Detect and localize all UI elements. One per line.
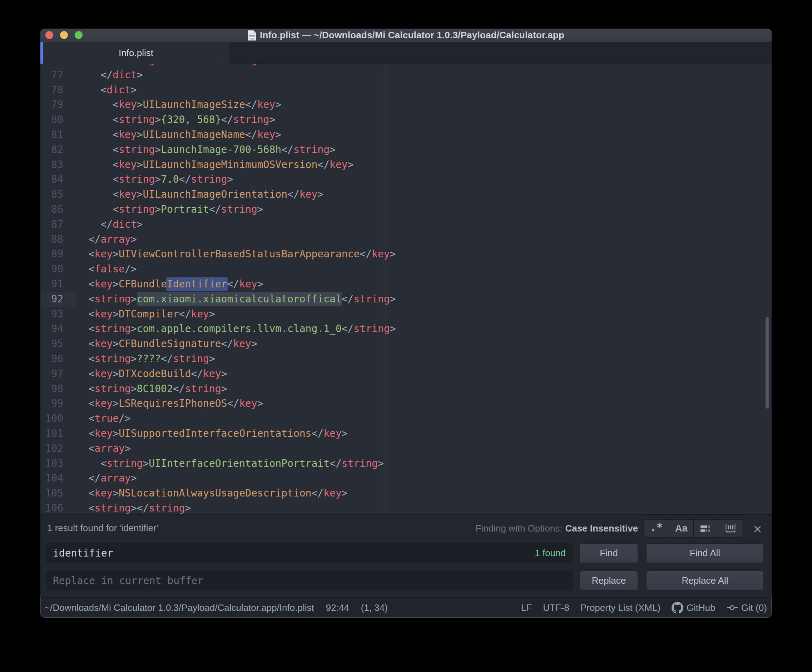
code-editor[interactable]: 76 <string>Portrait</string>77 </dict>78… <box>40 64 772 514</box>
code-line-90: 90 <false/> <box>40 262 772 277</box>
traffic-lights <box>45 31 83 39</box>
line-number: 96 <box>40 351 77 367</box>
tab-bar: Info.plist <box>40 42 772 64</box>
code-line-103: 103 <string>UIInterfaceOrientationPortra… <box>40 456 772 471</box>
code-line-87: 87 </dict> <box>40 217 772 232</box>
line-number: 86 <box>40 202 77 217</box>
line-ending[interactable]: LF <box>521 602 532 613</box>
line-number: 82 <box>40 142 77 157</box>
line-number: 93 <box>40 307 77 322</box>
line-number: 87 <box>40 217 77 232</box>
line-number: 105 <box>40 486 77 501</box>
close-find-panel-icon[interactable]: ✕ <box>753 523 763 536</box>
whole-word-option-button[interactable] <box>718 520 743 537</box>
code-line-89: 89 <key>UIViewControllerBasedStatusBarAp… <box>40 247 772 262</box>
code-line-105: 105 <key>NSLocationAlwaysUsageDescriptio… <box>40 486 772 501</box>
code-line-106: 106 <string></string> <box>40 501 772 514</box>
minimize-window-button[interactable] <box>60 31 68 39</box>
find-result-summary: 1 result found for 'identifier' <box>47 523 158 534</box>
line-number: 94 <box>40 321 77 336</box>
line-number: 90 <box>40 262 77 277</box>
code-line-82: 82 <string>LaunchImage-700-568h</string> <box>40 142 772 157</box>
line-number: 89 <box>40 247 77 262</box>
code-line-83: 83 <key>UILaunchImageMinimumOSVersion</k… <box>40 157 772 172</box>
replace-input[interactable]: Replace in current buffer <box>46 571 573 590</box>
code-line-99: 99 <key>LSRequiresIPhoneOS</key> <box>40 396 772 411</box>
code-line-81: 81 <key>UILaunchImageName</key> <box>40 127 772 142</box>
code-line-80: 80 <string>{320, 568}</string> <box>40 112 772 127</box>
case-sensitive-option-button[interactable]: Aa <box>669 520 693 537</box>
code-line-101: 101 <key>UISupportedInterfaceOrientation… <box>40 426 772 441</box>
line-number: 95 <box>40 336 77 351</box>
find-button[interactable]: Find <box>580 543 638 563</box>
code-line-91: 91 <key>CFBundleIdentifier</key> <box>40 277 772 292</box>
code-line-93: 93 <key>DTCompiler</key> <box>40 307 772 322</box>
titlebar: PLIST Info.plist — ~/Downloads/Mi Calcul… <box>40 29 772 42</box>
line-number: 88 <box>40 232 77 247</box>
line-number: 84 <box>40 172 77 187</box>
line-number: 99 <box>40 396 77 411</box>
git-item[interactable]: Git (0) <box>727 602 767 613</box>
github-icon <box>672 602 683 614</box>
file-path[interactable]: ~/Downloads/Mi Calculator 1.0.3/Payload/… <box>45 602 314 613</box>
git-commit-icon <box>727 602 738 613</box>
code-line-79: 79 <key>UILaunchImageSize</key> <box>40 97 772 112</box>
github-item[interactable]: GitHub <box>672 602 715 614</box>
code-lines: 76 <string>Portrait</string>77 </dict>78… <box>40 64 772 514</box>
code-line-104: 104 </array> <box>40 471 772 486</box>
line-number: 102 <box>40 441 77 456</box>
line-number: 104 <box>40 471 77 486</box>
encoding[interactable]: UTF-8 <box>543 602 569 613</box>
line-number: 97 <box>40 367 77 381</box>
finding-options-label: Finding with Options: <box>476 523 563 534</box>
code-line-95: 95 <key>CFBundleSignature</key> <box>40 336 772 351</box>
line-number: 83 <box>40 157 77 172</box>
regex-option-button[interactable]: .* <box>644 520 669 537</box>
whole-word-icon <box>725 524 736 533</box>
line-number: 101 <box>40 426 77 441</box>
code-line-76: 76 <string>Portrait</string> <box>40 64 772 68</box>
replace-placeholder: Replace in current buffer <box>53 575 203 587</box>
find-option-buttons: .* Aa <box>644 519 743 537</box>
find-query: identifier <box>53 547 113 559</box>
window-title: Info.plist — ~/Downloads/Mi Calculator 1… <box>260 30 564 41</box>
zoom-window-button[interactable] <box>75 31 83 39</box>
tab-info-plist[interactable]: Info.plist <box>43 42 229 64</box>
active-pane-indicator <box>40 42 43 64</box>
editor-scrollbar[interactable] <box>766 317 769 409</box>
line-number: 81 <box>40 127 77 142</box>
code-line-88: 88 </array> <box>40 232 772 247</box>
line-number: 106 <box>40 501 77 514</box>
found-count: 1 found <box>535 547 566 559</box>
code-line-77: 77 </dict> <box>40 68 772 83</box>
code-line-94: 94 <string>com.apple.compilers.llvm.clan… <box>40 321 772 336</box>
svg-text:PLIST: PLIST <box>249 38 254 40</box>
replace-all-button[interactable]: Replace All <box>646 571 764 590</box>
tab-label: Info.plist <box>119 48 154 59</box>
code-line-96: 96 <string>????</string> <box>40 351 772 367</box>
selection-only-icon <box>701 525 711 532</box>
replace-button[interactable]: Replace <box>580 571 638 590</box>
line-number: 100 <box>40 411 77 426</box>
line-number: 78 <box>40 83 77 97</box>
code-line-92: 92 <string>com.xiaomi.xiaomicalculatorof… <box>40 292 772 307</box>
selection-only-option-button[interactable] <box>693 520 718 537</box>
editor-window: PLIST Info.plist — ~/Downloads/Mi Calcul… <box>40 29 772 617</box>
code-line-100: 100 <true/> <box>40 411 772 426</box>
line-number: 103 <box>40 456 77 471</box>
close-window-button[interactable] <box>45 31 53 39</box>
line-number: 80 <box>40 112 77 127</box>
finding-options-value: Case Insensitive <box>565 523 638 534</box>
selection-count: (1, 34) <box>361 602 388 613</box>
line-number: 98 <box>40 381 77 396</box>
find-all-button[interactable]: Find All <box>646 543 764 563</box>
find-input[interactable]: identifier 1 found <box>46 543 573 563</box>
line-number: 91 <box>40 277 77 292</box>
cursor-position[interactable]: 92:44 <box>326 602 349 613</box>
line-number: 85 <box>40 187 77 202</box>
grammar[interactable]: Property List (XML) <box>580 602 660 613</box>
code-line-78: 78 <dict> <box>40 83 772 97</box>
code-line-98: 98 <string>8C1002</string> <box>40 381 772 396</box>
code-line-102: 102 <array> <box>40 441 772 456</box>
window-title-group: PLIST Info.plist — ~/Downloads/Mi Calcul… <box>248 30 564 41</box>
